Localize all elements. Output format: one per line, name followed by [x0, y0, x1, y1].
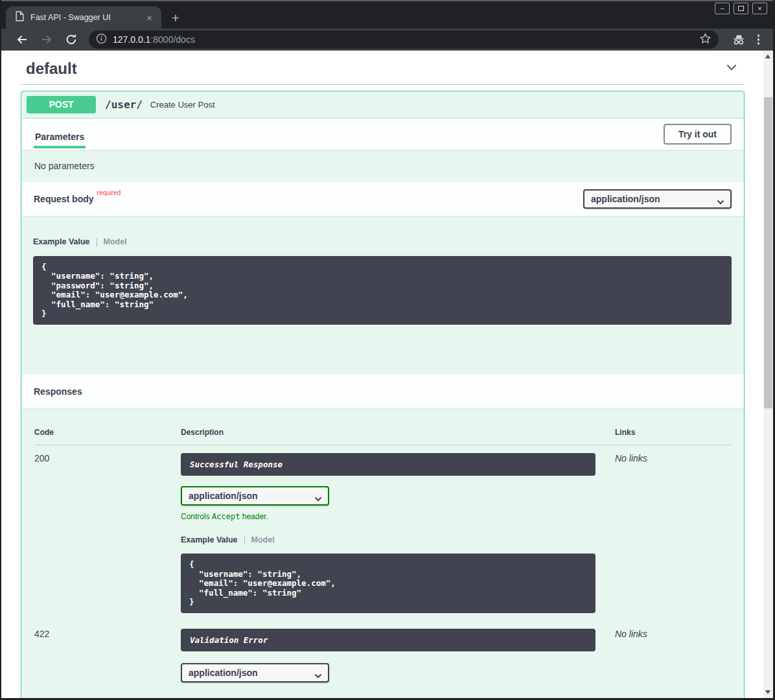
minimize-button[interactable]: −: [715, 3, 730, 14]
page-favicon-icon: [16, 11, 24, 24]
method-badge: POST: [27, 96, 96, 113]
request-media-type-select[interactable]: application/json: [583, 189, 732, 209]
forward-button[interactable]: [40, 33, 53, 46]
responses-table: Code Description Links 200 Successful Re…: [21, 408, 744, 698]
request-example-tabs: Example Value Model: [33, 237, 732, 246]
endpoint-summary-row[interactable]: POST /user/ Create User Post: [21, 91, 744, 119]
window-controls: − ×: [715, 3, 767, 14]
page-scrollbar[interactable]: [763, 51, 773, 698]
response-media-type-select[interactable]: application/json: [181, 486, 329, 506]
url-path: :8000/docs: [150, 34, 195, 45]
column-code: Code: [34, 428, 181, 437]
tab-strip: Fast API - Swagger UI × + − ×: [1, 0, 773, 29]
tag-section-header[interactable]: default: [21, 51, 745, 85]
response-row-422: 422 Validation Error application/json Ex…: [34, 621, 744, 698]
reload-button[interactable]: [65, 33, 78, 46]
tab-close-icon[interactable]: ×: [144, 13, 155, 23]
incognito-icon: [731, 33, 746, 46]
request-body-header: Request bodyrequired application/json: [21, 182, 744, 216]
response-example-tabs: Example Value Model: [181, 535, 615, 544]
scroll-down-icon[interactable]: [765, 690, 770, 694]
response-description: Successful Response: [181, 453, 596, 476]
swagger-page: default POST /user/ Create User Post Par…: [1, 51, 773, 698]
browser-toolbar: 127.0.0.1:8000/docs: [1, 29, 773, 51]
tab-model[interactable]: Model: [104, 237, 127, 246]
scrollbar-thumb[interactable]: [764, 97, 772, 408]
parameters-header: Parameters Try it out: [21, 119, 744, 150]
response-row-200: 200 Successful Response application/json…: [34, 445, 744, 613]
request-body-title: Request body: [34, 194, 94, 205]
browser-chrome: Fast API - Swagger UI × + − ×: [1, 0, 773, 51]
tab-divider: [97, 238, 97, 246]
menu-button[interactable]: [758, 34, 760, 45]
response-links: No links: [615, 453, 744, 613]
opblock-post-user: POST /user/ Create User Post Parameters …: [21, 91, 745, 698]
try-it-out-button[interactable]: Try it out: [664, 124, 732, 145]
response-example-code: { "username": "string", "email": "user@e…: [181, 554, 596, 613]
close-window-button[interactable]: ×: [752, 3, 767, 14]
accept-header-note: Controls Accept header.: [181, 512, 615, 521]
maximize-button[interactable]: [734, 3, 748, 14]
tab-title: Fast API - Swagger UI: [30, 13, 144, 22]
address-bar[interactable]: 127.0.0.1:8000/docs: [89, 30, 719, 49]
request-example-code: { "username": "string", "password": "str…: [33, 256, 732, 325]
no-parameters-text: No parameters: [21, 150, 744, 182]
response-description-cell: Successful Response application/json Con…: [181, 453, 615, 613]
responses-header: Responses: [21, 375, 744, 408]
scroll-up-icon[interactable]: [765, 54, 770, 58]
endpoint-description: Create User Post: [150, 100, 215, 110]
endpoint-path: /user/: [105, 99, 143, 111]
browser-tab[interactable]: Fast API - Swagger UI ×: [6, 6, 161, 29]
responses-title: Responses: [34, 386, 82, 397]
maximize-icon: [738, 6, 744, 11]
browser-window: Fast API - Swagger UI × + − ×: [0, 0, 775, 700]
response-media-type-select[interactable]: application/json: [181, 663, 329, 682]
response-code: 422: [34, 629, 181, 698]
column-links: Links: [615, 428, 731, 437]
collapse-chevron-icon[interactable]: [724, 60, 739, 78]
url-host: 127.0.0.1: [113, 34, 150, 45]
response-links: No links: [615, 629, 744, 698]
required-badge: required: [97, 189, 121, 196]
url-text: 127.0.0.1:8000/docs: [113, 34, 195, 45]
site-info-icon[interactable]: [96, 33, 107, 47]
response-description-cell: Validation Error application/json Exampl…: [181, 629, 615, 698]
responses-table-header: Code Description Links: [34, 428, 731, 445]
response-code: 200: [34, 453, 181, 613]
tag-title: default: [26, 60, 77, 78]
tab-example-value[interactable]: Example Value: [33, 237, 90, 246]
response-description: Validation Error: [181, 629, 596, 651]
request-body-section: Example Value Model { "username": "strin…: [21, 216, 744, 375]
bookmark-star-icon[interactable]: [699, 32, 711, 47]
column-description: Description: [181, 428, 615, 437]
tab-divider: [244, 536, 245, 544]
tab-parameters[interactable]: Parameters: [34, 124, 86, 148]
new-tab-button[interactable]: +: [167, 10, 184, 27]
back-button[interactable]: [16, 33, 29, 46]
tab-example-value[interactable]: Example Value: [181, 535, 238, 544]
tab-model[interactable]: Model: [251, 535, 275, 544]
